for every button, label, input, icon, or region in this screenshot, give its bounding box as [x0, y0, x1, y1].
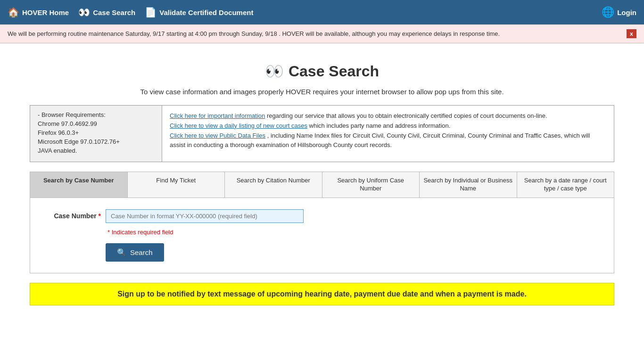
- browser-java: JAVA enabled.: [38, 147, 154, 154]
- subtitle: To view case information and images prop…: [30, 88, 614, 96]
- nav-case-search-label: Case Search: [93, 8, 135, 16]
- login-label: Login: [617, 8, 636, 16]
- browser-req-heading: - Browser Requirements:: [38, 111, 154, 118]
- browser-chrome: Chrome 97.0.4692.99: [38, 120, 154, 127]
- home-icon: 🏠: [8, 7, 19, 18]
- eyes-title-icon: 👀: [265, 62, 284, 80]
- info-box: - Browser Requirements: Chrome 97.0.4692…: [30, 105, 614, 162]
- case-number-label: Case Number *: [44, 212, 101, 220]
- nav-hover-home[interactable]: 🏠 HOVER Home: [8, 7, 69, 18]
- tab-uniform-case[interactable]: Search by Uniform Case Number: [322, 172, 420, 197]
- page-title-area: 👀 Case Search: [30, 62, 614, 80]
- public-data-link[interactable]: Click here to view Public Data Files: [170, 132, 265, 139]
- tab-individual-business[interactable]: Search by Individual or Business Name: [420, 172, 517, 197]
- nav-hover-home-label: HOVER Home: [22, 8, 69, 16]
- nav-items: 🏠 HOVER Home 👀 Case Search 📄 Validate Ce…: [8, 7, 602, 18]
- maintenance-banner: We will be performing routine maintenanc…: [0, 25, 644, 43]
- case-number-row: Case Number *: [44, 209, 600, 223]
- info-links-panel: Click here for important information reg…: [162, 106, 614, 162]
- search-form-area: Case Number * * Indicates required field…: [30, 198, 614, 273]
- search-button-label: Search: [130, 248, 153, 256]
- nav-validate-doc[interactable]: 📄 Validate Certified Document: [145, 7, 253, 18]
- case-number-input[interactable]: [106, 209, 304, 223]
- search-button[interactable]: 🔍 Search: [106, 243, 164, 262]
- login-area[interactable]: 🌐 Login: [602, 6, 636, 18]
- info-link-3: Click here to view Public Data Files , i…: [170, 131, 606, 151]
- tab-find-ticket[interactable]: Find My Ticket: [128, 172, 225, 197]
- browser-firefox: Firefox 96.0.3+: [38, 129, 154, 136]
- info-link-2: Click here to view a daily listing of ne…: [170, 121, 606, 131]
- important-info-link[interactable]: Click here for important information: [170, 112, 265, 119]
- required-field-note: * Indicates required field: [44, 229, 600, 236]
- notification-banner: Sign up to be notified by text message o…: [30, 283, 614, 305]
- tab-case-number[interactable]: Search by Case Number: [30, 172, 128, 197]
- browser-edge: Microsoft Edge 97.0.1072.76+: [38, 138, 154, 145]
- login-icon: 🌐: [602, 6, 614, 18]
- daily-listing-link[interactable]: Click here to view a daily listing of ne…: [170, 122, 307, 129]
- browser-requirements-panel: - Browser Requirements: Chrome 97.0.4692…: [30, 106, 162, 162]
- tab-date-range[interactable]: Search by a date range / court type / ca…: [517, 172, 614, 197]
- required-note-text: Indicates required field: [112, 229, 173, 236]
- banner-close-button[interactable]: x: [627, 29, 636, 38]
- eyes-nav-icon: 👀: [78, 7, 90, 18]
- tab-citation-number[interactable]: Search by Citation Number: [225, 172, 322, 197]
- search-tabs: Search by Case Number Find My Ticket Sea…: [30, 172, 614, 198]
- nav-validate-doc-label: Validate Certified Document: [159, 8, 253, 16]
- maintenance-message: We will be performing routine maintenanc…: [8, 30, 500, 37]
- notify-message: Sign up to be notified by text message o…: [117, 290, 527, 298]
- required-star: *: [99, 212, 101, 220]
- info-text-2: which includes party name and address in…: [309, 122, 451, 129]
- page-title: 👀 Case Search: [265, 62, 379, 80]
- nav-case-search[interactable]: 👀 Case Search: [78, 7, 135, 18]
- header: 🏠 HOVER Home 👀 Case Search 📄 Validate Ce…: [0, 0, 644, 25]
- info-text-1: regarding our service that allows you to…: [267, 112, 547, 119]
- search-button-icon: 🔍: [117, 248, 126, 257]
- pdf-icon: 📄: [145, 7, 157, 18]
- main-content: 👀 Case Search To view case information a…: [16, 43, 628, 315]
- info-link-1: Click here for important information reg…: [170, 111, 606, 121]
